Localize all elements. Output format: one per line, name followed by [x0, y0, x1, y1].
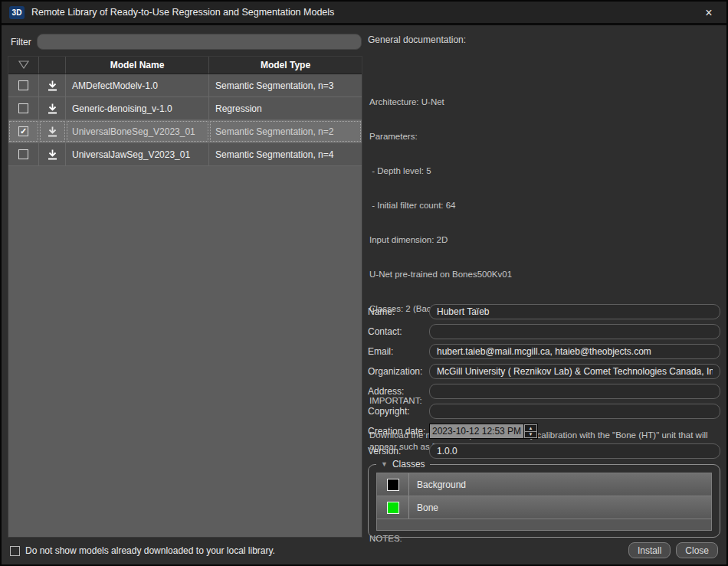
class-label: Bone: [409, 496, 711, 519]
title-bar: 3D Remote Library of Ready-to-Use Regres…: [2, 2, 726, 25]
row-checkbox[interactable]: [18, 80, 28, 90]
address-label: Address:: [368, 386, 429, 397]
doc-line: - Depth level: 5: [369, 165, 720, 177]
hide-downloaded-checkbox[interactable]: [10, 546, 20, 556]
creation-date-value: 2023-10-12 12:53 PM: [430, 424, 523, 438]
spin-down-icon[interactable]: ▼: [525, 432, 536, 438]
doc-line: Parameters:: [369, 131, 720, 142]
filter-input[interactable]: [37, 34, 362, 50]
window-title: Remote Library of Ready-to-Use Regressio…: [31, 7, 334, 18]
creation-date-label: Creation date:: [368, 426, 429, 437]
download-column-header: [39, 57, 66, 74]
email-label: Email:: [368, 346, 429, 357]
install-button[interactable]: Install: [628, 542, 671, 558]
table-row[interactable]: AMDefectModelv-1.0 Semantic Segmentation…: [8, 74, 362, 97]
close-icon[interactable]: ×: [701, 5, 717, 21]
classes-group: ▼ Classes Background Bone: [368, 464, 720, 538]
organization-field[interactable]: [429, 364, 720, 379]
model-name: AMDefectModelv-1.0: [66, 74, 209, 97]
row-checkbox[interactable]: [18, 126, 28, 136]
class-label: Background: [409, 473, 711, 496]
classes-table: Background Bone: [376, 473, 712, 531]
address-field[interactable]: [429, 384, 720, 399]
download-icon[interactable]: [39, 143, 66, 165]
collapse-triangle-icon[interactable]: ▼: [381, 460, 388, 468]
email-field[interactable]: [429, 344, 720, 359]
model-type: Semantic Segmentation, n=3: [209, 74, 362, 97]
doc-line: Input dimension: 2D: [369, 234, 720, 246]
copyright-field[interactable]: [429, 404, 720, 419]
model-name: UniversalBoneSeg_V2023_01: [66, 120, 209, 142]
name-field[interactable]: [429, 304, 720, 319]
doc-line: Architecture: U-Net: [369, 97, 720, 108]
doc-line: U-Net pre-trained on Bones500Kv01: [369, 269, 720, 280]
class-row[interactable]: Bone: [377, 496, 711, 519]
model-name: Generic-denoising_v-1.0: [66, 97, 209, 119]
contact-label: Contact:: [368, 326, 429, 337]
funnel-icon: [17, 60, 31, 70]
documentation-title: General documentation:: [368, 34, 466, 45]
class-row[interactable]: Background: [377, 473, 711, 496]
creation-date-field[interactable]: 2023-10-12 12:53 PM ▲ ▼: [429, 424, 538, 439]
app-3d-icon: 3D: [9, 6, 25, 19]
copyright-label: Copyright:: [368, 406, 429, 417]
class-color-swatch[interactable]: [387, 479, 399, 491]
spin-up-icon[interactable]: ▲: [525, 425, 536, 432]
organization-label: Organization:: [368, 366, 429, 377]
download-icon[interactable]: [39, 97, 66, 119]
doc-line: - Initial filter count: 64: [369, 200, 720, 211]
classes-legend[interactable]: ▼ Classes: [376, 459, 430, 469]
table-row[interactable]: UniversalJawSeg_V2023_01 Semantic Segmen…: [8, 143, 362, 166]
table-row[interactable]: Generic-denoising_v-1.0 Regression: [8, 97, 362, 120]
version-field[interactable]: [429, 443, 720, 459]
model-name: UniversalJawSeg_V2023_01: [66, 143, 209, 165]
contact-field[interactable]: [429, 324, 720, 339]
model-type: Regression: [209, 97, 362, 119]
model-type-header[interactable]: Model Type: [209, 57, 362, 74]
classes-title: Classes: [392, 459, 425, 469]
table-row[interactable]: UniversalBoneSeg_V2023_01 Semantic Segme…: [8, 120, 362, 143]
download-icon[interactable]: [39, 120, 66, 142]
download-icon[interactable]: [39, 74, 66, 97]
name-label: Name:: [368, 306, 429, 317]
row-checkbox[interactable]: [18, 103, 28, 113]
models-table: Model Name Model Type AMDefectModelv-1.0…: [8, 56, 362, 538]
filter-label: Filter: [11, 37, 31, 47]
model-type: Semantic Segmentation, n=2: [209, 120, 362, 142]
model-type: Semantic Segmentation, n=4: [209, 143, 362, 165]
filter-column-header[interactable]: [8, 57, 39, 74]
hide-downloaded-label: Do not show models already downloaded to…: [25, 545, 275, 556]
table-header-row: Model Name Model Type: [8, 57, 362, 74]
metadata-form: Name: Contact: Email: Organization: Addr…: [368, 304, 720, 463]
remote-library-dialog: 3D Remote Library of Ready-to-Use Regres…: [0, 0, 728, 566]
version-label: Version:: [368, 446, 429, 456]
model-name-header[interactable]: Model Name: [66, 57, 209, 74]
row-checkbox[interactable]: [18, 149, 28, 159]
close-button[interactable]: Close: [676, 542, 718, 558]
class-color-swatch[interactable]: [387, 502, 399, 514]
